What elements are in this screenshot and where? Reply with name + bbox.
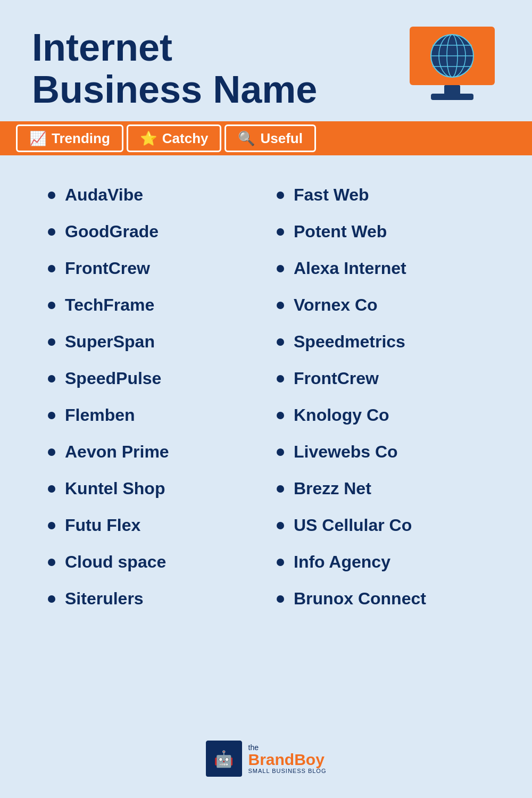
svg-rect-10 (431, 94, 473, 100)
name-text: TechFrame (65, 295, 154, 315)
bullet-icon (277, 412, 284, 419)
list-item: GoodGrade (43, 213, 271, 250)
useful-icon: 🔍 (238, 130, 255, 147)
name-text: Cloud space (65, 552, 166, 572)
brand-logo: 🤖 the BrandBoy SMALL BUSINESS BLOG (206, 741, 327, 777)
name-text: Livewebs Co (294, 442, 398, 462)
list-item: Cloud space (43, 544, 271, 580)
name-text: GoodGrade (65, 222, 159, 242)
list-item: Speedmetrics (271, 323, 500, 360)
catchy-tag: ⭐ Catchy (127, 124, 222, 152)
list-item: Knology Co (271, 397, 500, 434)
names-section: AudaVibeGoodGradeFrontCrewTechFrameSuper… (0, 155, 532, 725)
bullet-icon (277, 375, 284, 383)
list-item: Futu Flex (43, 507, 271, 544)
name-text: US Cellular Co (294, 516, 412, 535)
bullet-icon (48, 192, 55, 199)
trending-label: Trending (52, 130, 110, 147)
bullet-icon (48, 302, 55, 309)
list-item: AudaVibe (43, 177, 271, 213)
name-text: Potent Web (294, 222, 387, 242)
bullet-icon (277, 228, 284, 236)
catchy-label: Catchy (162, 130, 209, 147)
name-text: Fast Web (294, 185, 369, 205)
name-text: Aevon Prime (65, 442, 169, 462)
name-text: Kuntel Shop (65, 479, 165, 498)
logo-brand-plain: Brand (248, 751, 295, 768)
logo-icon-box: 🤖 (206, 741, 242, 777)
bullet-icon (277, 522, 284, 529)
name-text: Futu Flex (65, 516, 140, 535)
name-text: FrontCrew (294, 369, 379, 388)
bullet-icon (277, 338, 284, 346)
name-text: Speedmetrics (294, 332, 405, 352)
name-text: SuperSpan (65, 332, 155, 352)
bullet-icon (48, 485, 55, 493)
bullet-icon (48, 412, 55, 419)
name-text: SpeedPulse (65, 369, 161, 388)
name-text: Brunox Connect (294, 589, 426, 609)
name-text: Vornex Co (294, 295, 378, 315)
name-text: Knology Co (294, 405, 389, 425)
name-text: Siterulers (65, 589, 144, 609)
list-item: Brezz Net (271, 470, 500, 507)
useful-tag: 🔍 Useful (225, 124, 315, 152)
bullet-icon (277, 448, 284, 456)
list-item: Aevon Prime (43, 434, 271, 470)
bullet-icon (277, 192, 284, 199)
bullet-icon (48, 559, 55, 566)
bullet-icon (277, 595, 284, 603)
list-item: FrontCrew (43, 250, 271, 287)
bullet-icon (277, 265, 284, 272)
bullet-icon (48, 375, 55, 383)
trending-icon: 📈 (29, 130, 46, 147)
list-item: TechFrame (43, 287, 271, 323)
bullet-icon (48, 595, 55, 603)
bullet-icon (48, 522, 55, 529)
bullet-icon (48, 338, 55, 346)
logo-brand-accent: Boy (294, 751, 325, 768)
list-item: Kuntel Shop (43, 470, 271, 507)
list-item: Brunox Connect (271, 580, 500, 617)
logo-subtitle: SMALL BUSINESS BLOG (248, 768, 327, 774)
name-text: FrontCrew (65, 259, 150, 278)
bullet-icon (48, 265, 55, 272)
list-item: Livewebs Co (271, 434, 500, 470)
bullet-icon (48, 448, 55, 456)
list-item: Alexa Internet (271, 250, 500, 287)
bullet-icon (48, 228, 55, 236)
page-header: Internet Business Name (0, 0, 532, 121)
bullet-icon (277, 302, 284, 309)
logo-text: the BrandBoy SMALL BUSINESS BLOG (248, 743, 327, 774)
bullet-icon (277, 559, 284, 566)
list-item: Info Agency (271, 544, 500, 580)
name-text: Brezz Net (294, 479, 371, 498)
list-item: Vornex Co (271, 287, 500, 323)
logo-brandname: BrandBoy (248, 752, 327, 768)
name-text: Flemben (65, 405, 135, 425)
name-text: AudaVibe (65, 185, 143, 205)
list-item: Siterulers (43, 580, 271, 617)
list-item: SuperSpan (43, 323, 271, 360)
list-item: Fast Web (271, 177, 500, 213)
list-item: US Cellular Co (271, 507, 500, 544)
bullet-icon (277, 485, 284, 493)
names-column-right: Fast WebPotent WebAlexa InternetVornex C… (271, 177, 500, 703)
name-text: Alexa Internet (294, 259, 406, 278)
svg-rect-9 (444, 85, 460, 95)
trending-tag: 📈 Trending (16, 124, 123, 152)
list-item: Flemben (43, 397, 271, 434)
useful-label: Useful (260, 130, 302, 147)
list-item: SpeedPulse (43, 360, 271, 397)
page-title: Internet Business Name (32, 27, 340, 111)
tags-bar: 📈 Trending ⭐ Catchy 🔍 Useful (0, 121, 532, 155)
catchy-icon: ⭐ (140, 130, 157, 147)
name-text: Info Agency (294, 552, 390, 572)
monitor-globe-icon (404, 21, 500, 106)
list-item: Potent Web (271, 213, 500, 250)
logo-face-icon: 🤖 (214, 750, 234, 768)
names-column-left: AudaVibeGoodGradeFrontCrewTechFrameSuper… (43, 177, 271, 703)
list-item: FrontCrew (271, 360, 500, 397)
footer: 🤖 the BrandBoy SMALL BUSINESS BLOG (0, 725, 532, 798)
